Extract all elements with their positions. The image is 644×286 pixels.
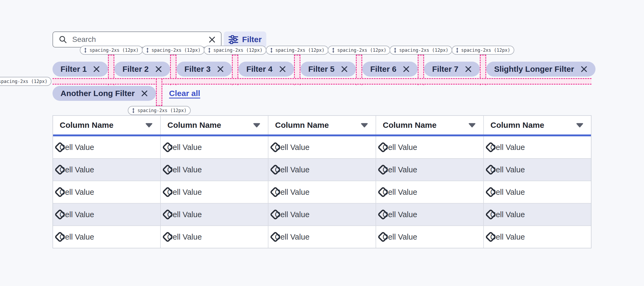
table-cell: Cell Value xyxy=(484,204,591,225)
table-row: Cell ValueCell ValueCell ValueCell Value… xyxy=(53,136,591,159)
table-row: Cell ValueCell ValueCell ValueCell Value… xyxy=(53,181,591,204)
table-cell: Cell Value xyxy=(161,226,268,248)
spacing-annotation-pill: spacing-2xs (12px) xyxy=(142,46,204,55)
table-header-row: Column NameColumn NameColumn NameColumn … xyxy=(53,116,591,136)
filter-chip[interactable]: Filter 3 xyxy=(176,62,232,77)
spacing-annotation-label: spacing-2xs (12px) xyxy=(151,47,200,53)
clear-search-icon[interactable] xyxy=(208,36,216,43)
spacing-annotation-label: spacing-2xs (12px) xyxy=(275,47,324,53)
table-cell: Cell Value xyxy=(268,159,376,181)
table-cell: Cell Value xyxy=(161,181,268,203)
filter-button[interactable]: Filter xyxy=(224,31,266,47)
filter-chip[interactable]: Filter 6 xyxy=(362,62,418,77)
table-cell: Cell Value xyxy=(484,226,591,248)
filter-chip[interactable]: Filter 7 xyxy=(424,62,480,77)
column-header-label: Column Name xyxy=(275,121,329,130)
remove-filter-icon[interactable] xyxy=(141,90,148,97)
filter-chip-label: Filter 3 xyxy=(184,65,211,74)
clear-all-link[interactable]: Clear all xyxy=(169,89,200,98)
spacing-annotation-label: spacing-2xs (12px) xyxy=(337,47,386,53)
column-header-label: Column Name xyxy=(60,121,114,130)
search-row: Filter xyxy=(53,31,591,47)
search-input[interactable] xyxy=(72,35,204,44)
table-cell: Cell Value xyxy=(268,181,376,203)
table-cell: Cell Value xyxy=(484,159,591,181)
table-cell: Cell Value xyxy=(484,181,591,203)
filter-button-label: Filter xyxy=(242,35,261,44)
filter-chips-row-1: Filter 1spacing-2xs (12px)Filter 2spacin… xyxy=(53,62,591,77)
spacing-gap: spacing-2xs (12px) xyxy=(232,62,238,77)
spacing-annotation-label: spacing-2xs (12px) xyxy=(461,47,510,53)
spacing-annotation-pill: spacing-2xs (12px) xyxy=(452,46,514,55)
remove-filter-icon[interactable] xyxy=(341,66,348,73)
remove-filter-icon[interactable] xyxy=(217,66,224,73)
sort-dropdown-icon[interactable] xyxy=(253,123,260,128)
sort-dropdown-icon[interactable] xyxy=(361,123,368,128)
column-header[interactable]: Column Name xyxy=(53,116,161,134)
remove-filter-icon[interactable] xyxy=(155,66,162,73)
filter-chip[interactable]: Filter 5 xyxy=(300,62,356,77)
table-cell: Cell Value xyxy=(376,204,484,225)
column-header[interactable]: Column Name xyxy=(376,116,484,134)
filter-chip-label: Filter 7 xyxy=(432,65,458,74)
remove-filter-icon[interactable] xyxy=(279,66,286,73)
table-cell: Cell Value xyxy=(376,226,484,248)
spacing-gap: spacing-2xs (12px) xyxy=(170,62,176,77)
spacing-annotation-pill: spacing-2xs (12px) xyxy=(328,46,390,55)
spacing-annotation-pill: spacing-2xs (12px) xyxy=(204,46,267,55)
spacing-annotation-label: spacing-2xs (12px) xyxy=(399,47,448,53)
spacing-annotation-pill: spacing-2xs (12px) xyxy=(80,46,143,55)
filter-chip[interactable]: Filter 2 xyxy=(114,62,170,77)
filter-chip[interactable]: Slightly Longer Filter xyxy=(486,62,595,77)
table-cell: Cell Value xyxy=(53,204,161,225)
filter-chip[interactable]: Filter 1 xyxy=(53,62,108,77)
spacing-gap: spacing-2xs (12px) xyxy=(480,62,486,77)
search-icon xyxy=(59,35,67,43)
spacing-gap: spacing-2xs (12px) xyxy=(156,86,162,101)
filter-chip-label: Slightly Longer Filter xyxy=(494,65,574,74)
spacing-gap: spacing-2xs (12px) xyxy=(356,62,362,77)
search-input-container xyxy=(53,31,222,47)
column-header[interactable]: Column Name xyxy=(484,116,591,134)
table-row: Cell ValueCell ValueCell ValueCell Value… xyxy=(53,159,591,181)
table-cell: Cell Value xyxy=(53,181,161,203)
updown-arrow-icon xyxy=(270,48,273,53)
table-cell: Cell Value xyxy=(53,136,161,158)
spacing-gap: spacing-2xs (12px) xyxy=(418,62,424,77)
updown-arrow-icon xyxy=(146,48,149,53)
page: Filter Filter 1spacing-2xs (12px)Filter … xyxy=(0,0,644,286)
table-cell: Cell Value xyxy=(376,159,484,181)
filter-chip[interactable]: Another Long Filter xyxy=(53,86,156,101)
sort-dropdown-icon[interactable] xyxy=(145,123,153,128)
spacing-annotation-pill: spacing-2xs (12px) xyxy=(128,106,191,115)
filter-chip-label: Filter 4 xyxy=(246,65,272,74)
remove-filter-icon[interactable] xyxy=(581,66,587,73)
spacing-measure-band xyxy=(156,79,162,106)
spacing-gap: spacing-2xs (12px) xyxy=(108,62,114,77)
column-header[interactable]: Column Name xyxy=(268,116,376,134)
spacing-measure-band-horizontal: spacing-2xs (12px) xyxy=(53,78,591,85)
filter-chip-label: Filter 1 xyxy=(61,65,87,74)
table-cell: Cell Value xyxy=(161,159,268,181)
filter-chips-row-2: Another Long Filterspacing-2xs (12px)Cle… xyxy=(53,86,591,101)
table-cell: Cell Value xyxy=(161,204,268,225)
table-cell: Cell Value xyxy=(161,136,268,158)
table-row: Cell ValueCell ValueCell ValueCell Value… xyxy=(53,226,591,248)
spacing-annotation-label: spacing-2xs (12px) xyxy=(0,79,47,84)
spacing-annotation-pill: spacing-2xs (12px) xyxy=(390,46,452,55)
column-header[interactable]: Column Name xyxy=(161,116,268,134)
sort-dropdown-icon[interactable] xyxy=(468,123,476,128)
column-header-label: Column Name xyxy=(490,121,544,130)
remove-filter-icon[interactable] xyxy=(465,66,472,73)
table-cell: Cell Value xyxy=(268,204,376,225)
filter-chip-label: Filter 2 xyxy=(122,65,148,74)
column-header-label: Column Name xyxy=(383,121,437,130)
updown-arrow-icon xyxy=(132,108,135,113)
sort-dropdown-icon[interactable] xyxy=(576,123,583,128)
remove-filter-icon[interactable] xyxy=(403,66,410,73)
updown-arrow-icon xyxy=(332,48,335,53)
filter-chip-label: Filter 5 xyxy=(308,65,335,74)
remove-filter-icon[interactable] xyxy=(93,66,100,73)
filter-chip[interactable]: Filter 4 xyxy=(238,62,294,77)
table-cell: Cell Value xyxy=(268,226,376,248)
